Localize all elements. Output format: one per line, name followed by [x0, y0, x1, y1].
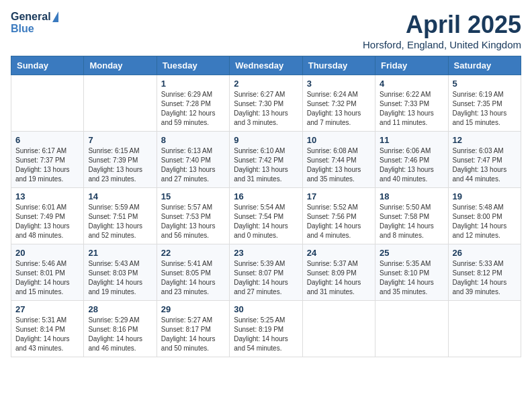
day-info: Sunrise: 6:06 AM Sunset: 7:46 PM Dayligh… — [380, 146, 443, 184]
logo-general: General — [11, 11, 51, 23]
calendar-cell: 17Sunrise: 5:52 AM Sunset: 7:56 PM Dayli… — [302, 188, 375, 244]
calendar-header: SundayMondayTuesdayWednesdayThursdayFrid… — [11, 56, 521, 75]
day-number: 15 — [161, 191, 225, 201]
day-number: 3 — [307, 79, 371, 89]
day-number: 28 — [88, 304, 152, 314]
day-info: Sunrise: 5:43 AM Sunset: 8:03 PM Dayligh… — [88, 259, 152, 297]
logo: General Blue — [11, 11, 58, 35]
week-row-2: 6Sunrise: 6:17 AM Sunset: 7:37 PM Daylig… — [11, 132, 521, 188]
day-number: 12 — [453, 135, 517, 145]
column-header-monday: Monday — [84, 56, 157, 75]
day-number: 29 — [161, 304, 225, 314]
day-number: 26 — [453, 248, 517, 258]
day-info: Sunrise: 6:27 AM Sunset: 7:30 PM Dayligh… — [234, 90, 298, 128]
day-number: 14 — [88, 191, 152, 201]
calendar-cell: 28Sunrise: 5:29 AM Sunset: 8:16 PM Dayli… — [84, 301, 157, 357]
day-number: 27 — [15, 304, 79, 314]
day-info: Sunrise: 5:39 AM Sunset: 8:07 PM Dayligh… — [234, 259, 298, 297]
calendar-cell — [84, 75, 157, 132]
day-number: 17 — [307, 191, 371, 201]
day-number: 21 — [88, 248, 152, 258]
day-number: 10 — [307, 135, 371, 145]
calendar-cell: 11Sunrise: 6:06 AM Sunset: 7:46 PM Dayli… — [375, 132, 448, 188]
day-number: 2 — [234, 79, 298, 89]
calendar-cell: 12Sunrise: 6:03 AM Sunset: 7:47 PM Dayli… — [448, 132, 521, 188]
calendar-cell: 6Sunrise: 6:17 AM Sunset: 7:37 PM Daylig… — [11, 132, 84, 188]
calendar-cell: 21Sunrise: 5:43 AM Sunset: 8:03 PM Dayli… — [84, 244, 157, 301]
calendar-cell: 22Sunrise: 5:41 AM Sunset: 8:05 PM Dayli… — [157, 244, 229, 301]
week-row-1: 1Sunrise: 6:29 AM Sunset: 7:28 PM Daylig… — [11, 75, 521, 132]
column-header-friday: Friday — [375, 56, 448, 75]
calendar-cell: 1Sunrise: 6:29 AM Sunset: 7:28 PM Daylig… — [157, 75, 229, 132]
week-row-3: 13Sunrise: 6:01 AM Sunset: 7:49 PM Dayli… — [11, 188, 521, 244]
day-info: Sunrise: 6:03 AM Sunset: 7:47 PM Dayligh… — [453, 146, 517, 184]
day-number: 24 — [307, 248, 371, 258]
logo-triangle-icon — [52, 11, 58, 22]
day-info: Sunrise: 5:57 AM Sunset: 7:53 PM Dayligh… — [161, 203, 225, 240]
calendar-cell — [11, 75, 84, 132]
day-info: Sunrise: 5:50 AM Sunset: 7:58 PM Dayligh… — [380, 203, 443, 240]
page-header: General Blue April 2025 Horsford, Englan… — [11, 11, 521, 50]
calendar-cell: 7Sunrise: 6:15 AM Sunset: 7:39 PM Daylig… — [84, 132, 157, 188]
calendar-cell: 14Sunrise: 5:59 AM Sunset: 7:51 PM Dayli… — [84, 188, 157, 244]
column-header-tuesday: Tuesday — [157, 56, 229, 75]
day-number: 6 — [15, 135, 79, 145]
calendar-cell: 2Sunrise: 6:27 AM Sunset: 7:30 PM Daylig… — [230, 75, 302, 132]
day-number: 8 — [161, 135, 225, 145]
day-info: Sunrise: 6:24 AM Sunset: 7:32 PM Dayligh… — [307, 90, 371, 128]
day-number: 22 — [161, 248, 225, 258]
calendar-cell: 24Sunrise: 5:37 AM Sunset: 8:09 PM Dayli… — [302, 244, 375, 301]
day-info: Sunrise: 6:13 AM Sunset: 7:40 PM Dayligh… — [161, 146, 225, 184]
day-number: 1 — [161, 79, 225, 89]
calendar-cell: 10Sunrise: 6:08 AM Sunset: 7:44 PM Dayli… — [302, 132, 375, 188]
day-number: 23 — [234, 248, 298, 258]
day-info: Sunrise: 6:10 AM Sunset: 7:42 PM Dayligh… — [234, 146, 298, 184]
calendar-body: 1Sunrise: 6:29 AM Sunset: 7:28 PM Daylig… — [11, 75, 521, 357]
day-info: Sunrise: 5:48 AM Sunset: 8:00 PM Dayligh… — [453, 203, 517, 240]
day-info: Sunrise: 5:33 AM Sunset: 8:12 PM Dayligh… — [453, 259, 517, 297]
day-info: Sunrise: 5:27 AM Sunset: 8:17 PM Dayligh… — [161, 316, 225, 353]
calendar-cell: 13Sunrise: 6:01 AM Sunset: 7:49 PM Dayli… — [11, 188, 84, 244]
calendar-cell: 8Sunrise: 6:13 AM Sunset: 7:40 PM Daylig… — [157, 132, 229, 188]
calendar-cell: 5Sunrise: 6:19 AM Sunset: 7:35 PM Daylig… — [448, 75, 521, 132]
calendar-table: SundayMondayTuesdayWednesdayThursdayFrid… — [11, 56, 521, 357]
day-info: Sunrise: 5:29 AM Sunset: 8:16 PM Dayligh… — [88, 316, 152, 353]
day-number: 20 — [15, 248, 79, 258]
calendar-cell: 18Sunrise: 5:50 AM Sunset: 7:58 PM Dayli… — [375, 188, 448, 244]
day-info: Sunrise: 5:54 AM Sunset: 7:54 PM Dayligh… — [234, 203, 298, 240]
location-subtitle: Horsford, England, United Kingdom — [363, 39, 521, 50]
logo-blue: Blue — [11, 23, 34, 34]
day-info: Sunrise: 6:15 AM Sunset: 7:39 PM Dayligh… — [88, 146, 152, 184]
day-number: 5 — [453, 79, 517, 89]
day-number: 30 — [234, 304, 298, 314]
day-number: 16 — [234, 191, 298, 201]
day-info: Sunrise: 6:29 AM Sunset: 7:28 PM Dayligh… — [161, 90, 225, 128]
day-info: Sunrise: 5:41 AM Sunset: 8:05 PM Dayligh… — [161, 259, 225, 297]
title-block: April 2025 Horsford, England, United Kin… — [363, 11, 521, 50]
calendar-cell: 29Sunrise: 5:27 AM Sunset: 8:17 PM Dayli… — [157, 301, 229, 357]
calendar-cell: 16Sunrise: 5:54 AM Sunset: 7:54 PM Dayli… — [230, 188, 302, 244]
day-info: Sunrise: 6:17 AM Sunset: 7:37 PM Dayligh… — [15, 146, 79, 184]
calendar-cell: 15Sunrise: 5:57 AM Sunset: 7:53 PM Dayli… — [157, 188, 229, 244]
week-row-5: 27Sunrise: 5:31 AM Sunset: 8:14 PM Dayli… — [11, 301, 521, 357]
day-info: Sunrise: 5:31 AM Sunset: 8:14 PM Dayligh… — [15, 316, 79, 353]
calendar-cell: 4Sunrise: 6:22 AM Sunset: 7:33 PM Daylig… — [375, 75, 448, 132]
calendar-cell — [302, 301, 375, 357]
calendar-cell — [375, 301, 448, 357]
day-number: 18 — [380, 191, 443, 201]
column-header-sunday: Sunday — [11, 56, 84, 75]
calendar-cell — [448, 301, 521, 357]
day-info: Sunrise: 5:25 AM Sunset: 8:19 PM Dayligh… — [234, 316, 298, 353]
day-info: Sunrise: 6:08 AM Sunset: 7:44 PM Dayligh… — [307, 146, 371, 184]
column-header-saturday: Saturday — [448, 56, 521, 75]
calendar-cell: 25Sunrise: 5:35 AM Sunset: 8:10 PM Dayli… — [375, 244, 448, 301]
day-number: 25 — [380, 248, 443, 258]
calendar-cell: 27Sunrise: 5:31 AM Sunset: 8:14 PM Dayli… — [11, 301, 84, 357]
day-info: Sunrise: 5:52 AM Sunset: 7:56 PM Dayligh… — [307, 203, 371, 240]
day-number: 11 — [380, 135, 443, 145]
day-info: Sunrise: 6:19 AM Sunset: 7:35 PM Dayligh… — [453, 90, 517, 128]
calendar-cell: 23Sunrise: 5:39 AM Sunset: 8:07 PM Dayli… — [230, 244, 302, 301]
day-info: Sunrise: 5:46 AM Sunset: 8:01 PM Dayligh… — [15, 259, 79, 297]
day-info: Sunrise: 5:35 AM Sunset: 8:10 PM Dayligh… — [380, 259, 443, 297]
week-row-4: 20Sunrise: 5:46 AM Sunset: 8:01 PM Dayli… — [11, 244, 521, 301]
